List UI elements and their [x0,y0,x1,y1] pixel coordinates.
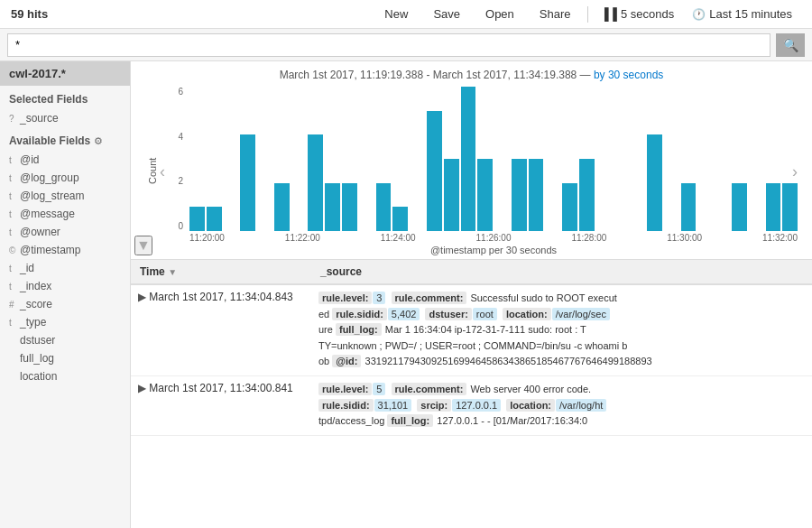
sidebar-item-timestamp[interactable]: ©@timestamp [0,241,130,259]
topbar-nav: New Save Open Share ▐▐ 5 seconds 🕐 Last … [372,0,801,29]
open-button[interactable]: Open [473,0,527,29]
sidebar-item-atid[interactable]: t@id [0,151,130,169]
table-row: ▶ March 1st 2017, 11:34:04.843 rule.leve… [131,284,812,375]
sidebar-item-logstream[interactable]: t@log_stream [0,187,130,205]
bar-22 [562,183,577,231]
bar-9 [342,183,357,231]
row-time-1: ▶ March 1st 2017, 11:34:04.843 [131,284,311,375]
col-header-source: _source [311,260,812,284]
chart-container: March 1st 2017, 11:19:19.388 - March 1st… [131,61,812,260]
col-header-time: Time ▼ [131,260,311,284]
chart-expand-button[interactable]: ▼ [134,236,152,255]
bar-11 [376,183,392,231]
time-range-label: Last 15 minutes [709,7,792,21]
y-axis: 6 4 2 0 [160,87,187,231]
sort-icon[interactable]: ▼ [168,267,177,277]
clock-icon: 🕐 [692,8,706,21]
search-input[interactable] [7,33,770,57]
bar-20 [529,159,544,231]
bar-29 [681,183,697,231]
sidebar: cwl-2017.* Selected Fields ? _source Ava… [0,61,131,528]
sidebar-item-dstuser[interactable]: dstuser [0,331,130,349]
sidebar-item-score[interactable]: #_score [0,295,130,313]
topbar: 59 hits New Save Open Share ▐▐ 5 seconds… [0,0,812,29]
topbar-divider [587,6,588,23]
sidebar-item-id[interactable]: t_id [0,259,130,277]
row-source-1: rule.level:3 rule.comment: Successful su… [311,284,812,375]
main-layout: cwl-2017.* Selected Fields ? _source Ava… [0,61,812,528]
chart-range-text: March 1st 2017, 11:19:19.388 - March 1st… [280,69,577,81]
bar-27 [647,134,662,231]
y-axis-label: Count [145,87,160,255]
searchbar: 🔍 [0,29,812,61]
expand-row-2[interactable]: ▶ [138,382,146,394]
source-line-2: rule.level:5 rule.comment: Web server 40… [318,382,805,430]
row-source-2: rule.level:5 rule.comment: Web server 40… [311,375,812,435]
bar-16 [461,87,476,231]
sidebar-item-loggroup[interactable]: t@log_group [0,169,130,187]
bar-19 [512,159,527,231]
available-fields-section: Available Fields ⚙ [0,127,130,151]
sidebar-item-fulllog[interactable]: full_log [0,349,130,367]
bar-15 [444,159,459,231]
sidebar-item-location[interactable]: location [0,367,130,385]
chart-prev-button[interactable]: ‹ [160,162,165,181]
time-range-selector[interactable]: 🕐 Last 15 minutes [683,7,801,21]
bar-8 [325,183,340,231]
content-area: March 1st 2017, 11:19:19.388 - March 1st… [131,61,812,528]
selected-fields-title: Selected Fields [0,86,130,109]
sidebar-item-owner[interactable]: t@owner [0,223,130,241]
interval-label: 5 seconds [621,7,674,21]
table-row: ▶ March 1st 2017, 11:34:00.841 rule.leve… [131,375,812,435]
sidebar-item-index[interactable]: t_index [0,277,130,295]
share-button[interactable]: Share [527,0,584,29]
new-button[interactable]: New [372,0,420,29]
bar-1 [207,207,222,231]
save-button[interactable]: Save [420,0,473,29]
sidebar-item-message[interactable]: t@message [0,205,130,223]
sidebar-item-source[interactable]: ? _source [0,109,130,127]
bar-0 [189,207,205,231]
x-axis-label: @timestamp per 30 seconds [189,245,798,255]
bar-7 [308,134,323,231]
field-type-source: ? [9,114,16,124]
field-name-source: _source [20,112,59,125]
results-table: Time ▼ _source ▶ March 1st 2017, 11:34:0… [131,260,812,436]
bar-32 [732,183,747,231]
interval-selector[interactable]: ▐▐ 5 seconds [592,7,684,21]
sidebar-item-type[interactable]: t_type [0,313,130,331]
chart-by-link[interactable]: by 30 seconds [594,69,663,81]
expand-row-1[interactable]: ▶ [138,291,146,303]
x-labels: 11:20:00 11:22:00 11:24:00 11:26:00 11:2… [189,233,798,243]
bar-12 [392,207,408,231]
index-pattern[interactable]: cwl-2017.* [0,61,130,86]
bar-3 [240,134,255,231]
bar-23 [579,159,595,231]
bar-14 [427,111,442,231]
search-icon: 🔍 [783,38,798,52]
available-fields-title: Available Fields [9,134,90,147]
interval-bars-icon: ▐▐ [601,7,617,21]
search-button[interactable]: 🔍 [776,33,805,57]
source-line-1: rule.level:3 rule.comment: Successful su… [318,291,805,370]
chart-bars [189,87,798,231]
bar-17 [477,159,493,231]
row-time-2: ▶ March 1st 2017, 11:34:00.841 [131,375,311,435]
bar-34 [766,183,781,231]
chart-next-button[interactable]: › [792,162,798,181]
chart-header: March 1st 2017, 11:19:19.388 - March 1st… [145,69,798,81]
hits-count: 59 hits [11,7,48,21]
bar-5 [274,183,290,231]
gear-icon[interactable]: ⚙ [94,135,103,147]
bar-35 [782,183,798,231]
